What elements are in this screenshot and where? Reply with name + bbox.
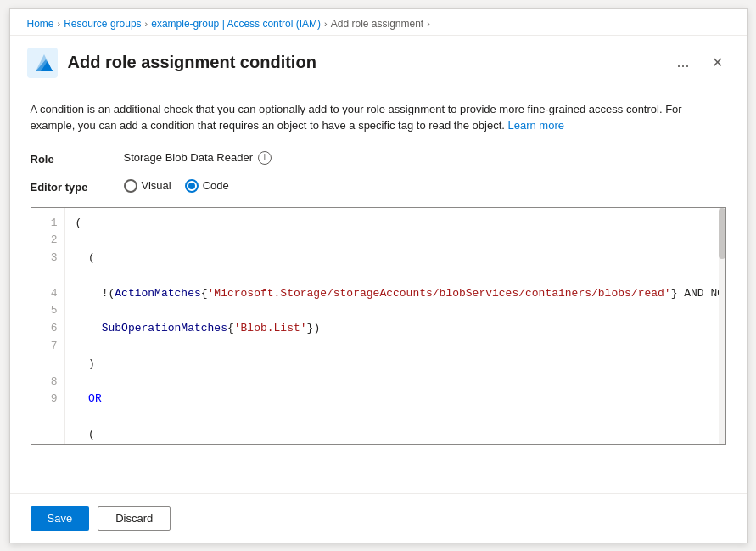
editor-type-field-row: Editor type Visual Code (31, 179, 726, 194)
code-content[interactable]: ( ( !(ActionMatches{'Microsoft.Storage/s… (65, 208, 719, 444)
code-radio-outer (185, 179, 199, 193)
role-info-icon[interactable]: i (258, 151, 272, 165)
save-button[interactable]: Save (31, 506, 90, 531)
dialog-title: Add role assignment condition (68, 53, 662, 72)
visual-radio-option[interactable]: Visual (124, 179, 171, 193)
line-num-4b: 4 (31, 285, 64, 303)
code-radio-option[interactable]: Code (185, 179, 229, 193)
code-radio-inner (188, 183, 195, 189)
code-line-1: ( (76, 215, 708, 233)
code-line-2: ( (76, 250, 708, 267)
description-text: A condition is an additional check that … (31, 101, 726, 134)
line-num-6: 6 (31, 320, 64, 338)
line-num-9: 9 (31, 391, 64, 408)
close-button[interactable]: ✕ (705, 51, 730, 74)
panel: Home › Resource groups › example-group |… (9, 8, 748, 543)
dialog-header: Add role assignment condition ... ✕ (10, 36, 747, 87)
line-num-7: 7 (31, 338, 64, 356)
breadcrumb-home[interactable]: Home (27, 18, 54, 30)
role-value: Storage Blob Data Reader i (124, 151, 272, 165)
role-field-row: Role Storage Blob Data Reader i (31, 151, 726, 166)
code-editor[interactable]: 1 2 3 4 5 6 7 8 9 ( ( !(ActionMatches{'M… (31, 207, 726, 445)
breadcrumb-resource-groups[interactable]: Resource groups (64, 18, 141, 30)
code-line-3: !(ActionMatches{'Microsoft.Storage/stora… (76, 285, 708, 303)
more-options-button[interactable]: ... (671, 53, 694, 71)
learn-more-link[interactable]: Learn more (507, 119, 563, 132)
editor-type-radio-group: Visual Code (124, 179, 229, 193)
azure-icon (27, 48, 58, 78)
breadcrumb-current: Add role assignment (331, 18, 423, 30)
breadcrumb-sep-2: › (145, 19, 148, 29)
breadcrumb-example-group[interactable]: example-group | Access control (IAM) (151, 18, 321, 30)
code-radio-label: Code (203, 179, 229, 192)
breadcrumb-sep-4: › (427, 19, 430, 29)
breadcrumb-sep-3: › (324, 19, 328, 29)
dialog-footer: Save Discard (10, 493, 747, 543)
visual-radio-label: Visual (142, 179, 171, 192)
breadcrumb-sep-1: › (58, 19, 61, 29)
line-num-3: 3 (31, 250, 64, 267)
code-line-4: ) (76, 356, 708, 374)
editor-type-label: Editor type (31, 179, 124, 194)
line-num-5: 5 (31, 302, 64, 320)
editor-scrollbar-thumb[interactable] (719, 208, 725, 259)
discard-button[interactable]: Discard (98, 506, 171, 531)
dialog-content: A condition is an additional check that … (10, 87, 747, 493)
code-line-3b: SubOperationMatches{'Blob.List'}) (76, 320, 708, 338)
breadcrumb: Home › Resource groups › example-group |… (10, 9, 747, 36)
code-line-5: OR (76, 391, 708, 408)
code-line-6: ( (76, 426, 708, 443)
role-value-text: Storage Blob Data Reader (124, 151, 253, 164)
line-numbers: 1 2 3 4 5 6 7 8 9 (31, 208, 65, 444)
visual-radio-outer (124, 179, 137, 193)
line-num-2: 2 (31, 232, 64, 250)
role-label: Role (31, 151, 124, 166)
editor-scrollbar[interactable] (719, 208, 725, 444)
line-num-8: 8 (31, 374, 64, 391)
line-num-1: 1 (31, 215, 64, 233)
